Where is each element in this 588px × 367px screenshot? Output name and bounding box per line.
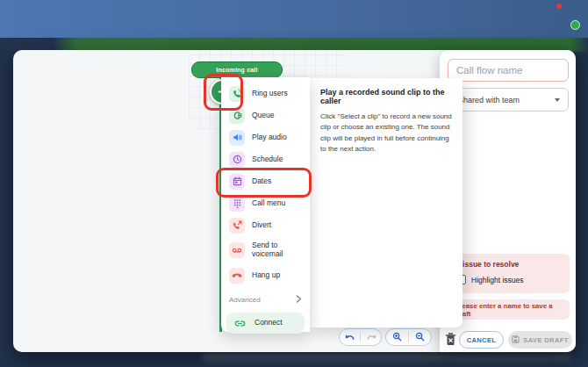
call-flow-name-input[interactable] bbox=[448, 59, 569, 82]
menu-item-label: Schedule bbox=[252, 155, 301, 164]
node-type-menu: Ring users Queue Play audio Schedule Dat bbox=[221, 77, 310, 332]
menu-item-connect[interactable]: Connect bbox=[226, 313, 305, 334]
menu-item-label: Send to voicemail bbox=[252, 241, 301, 259]
cancel-button-label: CANCEL bbox=[467, 336, 497, 344]
save-draft-button[interactable]: SAVE DRAFT bbox=[508, 331, 572, 349]
advanced-label: Advanced bbox=[229, 296, 261, 304]
presence-status-dot bbox=[570, 20, 580, 30]
zoom-in-icon[interactable] bbox=[392, 329, 402, 345]
top-bar bbox=[0, 0, 588, 32]
save-icon bbox=[512, 335, 520, 345]
connect-label: Connect bbox=[255, 319, 283, 327]
zoom-out-icon[interactable] bbox=[415, 329, 425, 345]
share-dropdown-value: Shared with team bbox=[458, 96, 520, 104]
node-description-panel: Play a recorded sound clip to the caller… bbox=[309, 78, 463, 327]
menu-item-play-audio[interactable]: Play audio bbox=[221, 126, 310, 148]
save-warning-text: Please enter a name to save a draft bbox=[455, 302, 563, 318]
menu-item-label: Call menu bbox=[252, 199, 301, 208]
highlight-issues-label: Highlight issues bbox=[471, 276, 524, 284]
background-blur bbox=[202, 353, 570, 362]
voicemail-icon bbox=[229, 242, 245, 258]
menu-item-hang-up[interactable]: Hang up bbox=[221, 264, 310, 286]
play-audio-icon bbox=[229, 130, 245, 146]
save-warning: Please enter a name to save a draft bbox=[448, 299, 570, 320]
menu-item-label: Hang up bbox=[252, 271, 301, 280]
connect-icon bbox=[232, 315, 247, 331]
annotation-dates bbox=[216, 168, 312, 198]
divert-icon bbox=[229, 218, 245, 234]
incoming-call-label: Incoming call bbox=[216, 67, 257, 73]
history-controls bbox=[339, 328, 382, 346]
save-draft-label: SAVE DRAFT bbox=[523, 336, 568, 344]
call-flow-editor-screen: X Start a call... Cherry's Mobile bbox=[0, 0, 588, 367]
hang-up-icon bbox=[229, 268, 245, 284]
issues-box: 1 issue to resolve Highlight issues bbox=[448, 254, 570, 293]
highlight-issues-row[interactable]: Highlight issues bbox=[456, 275, 562, 284]
issues-summary: 1 issue to resolve bbox=[456, 260, 562, 269]
description-body: Click "Select a clip" to record a new so… bbox=[320, 112, 452, 155]
menu-item-divert[interactable]: Divert bbox=[221, 214, 310, 236]
undo-icon[interactable] bbox=[345, 329, 355, 345]
delete-flow-icon[interactable] bbox=[445, 333, 456, 349]
annotation-add-node bbox=[204, 74, 243, 111]
notification-dot bbox=[556, 4, 562, 9]
menu-item-label: Queue bbox=[252, 112, 301, 120]
chevron-right-icon bbox=[296, 295, 302, 305]
zoom-controls bbox=[385, 328, 432, 346]
menu-item-send-to-voicemail[interactable]: Send to voicemail bbox=[221, 236, 310, 264]
menu-item-label: Divert bbox=[252, 221, 301, 230]
description-title: Play a recorded sound clip to the caller bbox=[320, 88, 452, 105]
redo-icon[interactable] bbox=[366, 329, 376, 345]
divider bbox=[360, 332, 361, 342]
menu-item-advanced[interactable]: Advanced bbox=[221, 290, 310, 309]
share-dropdown[interactable]: Shared with team bbox=[449, 88, 569, 112]
divider bbox=[408, 332, 409, 342]
schedule-icon bbox=[229, 152, 245, 168]
cancel-button[interactable]: CANCEL bbox=[459, 331, 504, 349]
chevron-down-icon bbox=[555, 98, 560, 102]
call-menu-icon bbox=[229, 196, 245, 212]
menu-item-label: Ring users bbox=[252, 90, 301, 98]
menu-item-label: Play audio bbox=[252, 133, 301, 142]
